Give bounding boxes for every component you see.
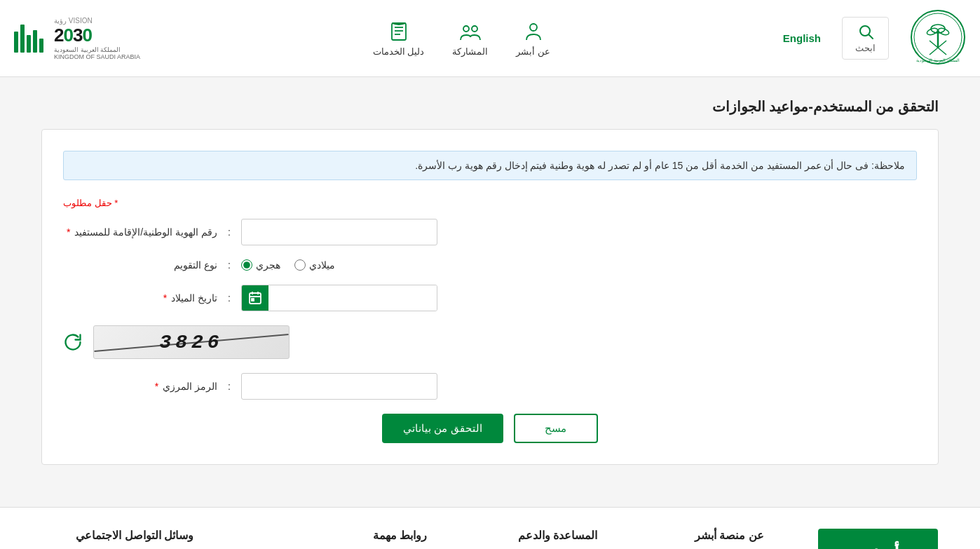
search-button[interactable]: ابحث — [842, 17, 889, 60]
hijri-radio[interactable] — [241, 259, 252, 271]
vision-logo: VISION رؤية 2030 المملكة العربية السعودي… — [54, 17, 140, 60]
captcha-colon: : — [228, 381, 231, 392]
person-icon — [522, 20, 545, 43]
id-input[interactable] — [241, 219, 437, 245]
verify-button[interactable]: التحقق من بياناتي — [382, 414, 503, 443]
svg-point-11 — [530, 24, 537, 31]
svg-point-13 — [472, 26, 477, 32]
calendar-radio-group: ميلادي هجري — [241, 259, 335, 271]
dob-field-row: : تاريخ الميلاد * — [63, 285, 917, 311]
svg-line-10 — [869, 35, 873, 39]
footer-col-about: عن منصة أبشر عن أبشر سياسة الخصوصية شروط… — [652, 529, 764, 549]
footer-links-title: روابط مهمة — [248, 529, 427, 542]
required-label: * حقل مطلوب — [63, 198, 118, 208]
dob-colon: : — [228, 292, 231, 304]
page-title: التحقق من المستخدم-مواعيد الجوازات — [41, 98, 939, 115]
required-note: * حقل مطلوب — [63, 198, 917, 208]
calendar-colon: : — [228, 259, 231, 271]
main-footer: أبشر 920020405 Download on the App Store… — [0, 507, 980, 549]
people-icon — [459, 20, 482, 43]
main-nav: عن أبشر المشاركة دليل الخدمات — [373, 20, 550, 57]
book-icon — [388, 20, 410, 43]
footer-about-title: عن منصة أبشر — [652, 529, 764, 542]
miladi-radio[interactable] — [294, 259, 306, 271]
calendar-row: ميلادي هجري : نوع التقويم — [63, 259, 917, 271]
miladi-option[interactable]: ميلادي — [294, 259, 335, 271]
vision-text: VISION رؤية — [54, 17, 93, 25]
notice-bar: ملاحظة: فى حال أن عمر المستفيد من الخدمة… — [63, 151, 917, 180]
captcha-refresh-button[interactable] — [63, 332, 83, 352]
svg-text:المملكة العربية السعودية: المملكة العربية السعودية — [916, 58, 959, 63]
form-buttons: التحقق من بياناتي مسح — [63, 414, 917, 443]
footer-col-links: روابط مهمة بوابة وزارة الداخلية المنصة ا… — [248, 529, 427, 549]
hijri-option[interactable]: هجري — [241, 259, 280, 271]
id-label: رقم الهوية الوطنية/الإقامة للمستفيد * — [63, 226, 217, 238]
captcha-image: 3826 — [93, 325, 290, 359]
nav-services-label: دليل الخدمات — [373, 46, 425, 57]
nav-services[interactable]: دليل الخدمات — [373, 20, 425, 57]
svg-rect-14 — [392, 23, 406, 40]
dob-input-wrapper — [241, 285, 437, 311]
footer-brand: أبشر 920020405 Download on the App Store — [818, 529, 938, 549]
main-content: التحقق من المستخدم-مواعيد الجوازات ملاحظ… — [27, 98, 953, 465]
calendar-label: نوع التقويم — [63, 259, 217, 271]
id-field-row: : رقم الهوية الوطنية/الإقامة للمستفيد * — [63, 219, 917, 245]
main-header: المملكة العربية السعودية ابحث English عن… — [0, 0, 980, 77]
search-label: ابحث — [855, 43, 876, 53]
footer-logo: أبشر — [839, 543, 917, 549]
social-title: وسائل التواصل الاجتماعي — [42, 529, 193, 542]
miladi-label: ميلادي — [309, 259, 335, 271]
captcha-input-row: : الرمز المرزي * — [63, 373, 917, 400]
nav-participation-label: المشاركة — [452, 46, 488, 57]
header-logos: VISION رؤية 2030 المملكة العربية السعودي… — [14, 17, 140, 60]
captcha-value: 3826 — [159, 332, 223, 353]
svg-point-12 — [463, 26, 469, 32]
footer-col-support: المساعدة والدعم اتصل بنا بلغ عن فساد (نز… — [482, 529, 598, 549]
id-colon: : — [228, 226, 231, 238]
vision-year: 2030 — [54, 25, 92, 46]
header-right: المملكة العربية السعودية ابحث English — [783, 9, 966, 68]
calendar-icon — [248, 291, 262, 305]
nav-about[interactable]: عن أبشر — [516, 20, 550, 57]
notice-text: ملاحظة: فى حال أن عمر المستفيد من الخدمة… — [415, 160, 905, 171]
form-container: ملاحظة: فى حال أن عمر المستفيد من الخدمة… — [41, 129, 939, 465]
dob-input[interactable] — [268, 285, 437, 311]
footer-support-title: المساعدة والدعم — [482, 529, 598, 542]
nav-participation[interactable]: المشاركة — [452, 20, 488, 57]
social-section: وسائل التواصل الاجتماعي 👻 f 𝕏 ▶ أدوات ال… — [42, 529, 193, 549]
refresh-icon — [63, 332, 83, 352]
kingdom-en: KINGDOM OF SAUDI ARABIA — [54, 53, 140, 60]
captcha-image-row: 3826 — [63, 325, 917, 359]
search-icon — [857, 23, 874, 40]
hijri-label: هجري — [256, 259, 280, 271]
nav-about-label: عن أبشر — [516, 46, 550, 57]
kingdom-label: المملكة العربية السعودية — [54, 46, 121, 53]
bar-chart-icon — [14, 25, 43, 53]
captcha-input[interactable] — [241, 373, 437, 400]
clear-button[interactable]: مسح — [514, 414, 598, 443]
language-button[interactable]: English — [783, 32, 821, 44]
logo: المملكة العربية السعودية — [910, 9, 966, 68]
dob-label: تاريخ الميلاد * — [63, 292, 217, 304]
calendar-button[interactable] — [242, 285, 268, 311]
captcha-label: الرمز المرزي * — [63, 381, 217, 392]
footer-main: أبشر 920020405 Download on the App Store… — [0, 508, 980, 549]
svg-rect-22 — [252, 299, 254, 301]
